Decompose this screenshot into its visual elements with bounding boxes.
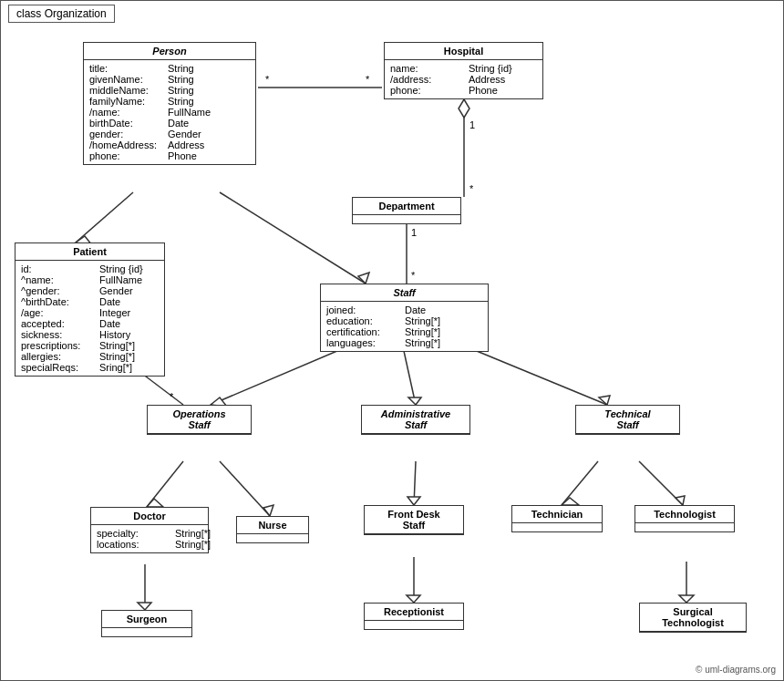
svg-line-29 [562,461,598,505]
box-title-surgeon: Surgeon [102,611,191,628]
box-title-nurse: Nurse [237,517,308,534]
attr-type: Phone [168,150,197,161]
box-body-hospital: name:String {id}/address:Addressphone:Ph… [385,60,542,98]
box-title-admin_staff: AdministrativeStaff [362,406,469,434]
attr-row: givenName:String [89,74,250,85]
svg-marker-4 [459,99,469,118]
attr-row: gender:Gender [89,129,250,139]
svg-marker-22 [599,396,610,405]
uml-box-admin_staff: AdministrativeStaff [361,405,470,435]
box-body-doctor: specialty:String[*]locations:String[*] [91,525,208,552]
attr-row: birthDate:Date [89,118,250,129]
svg-marker-38 [679,595,694,603]
uml-box-technician: Technician [511,505,603,532]
attr-row: languages:String[*] [326,337,482,348]
uml-box-doctor: Doctorspecialty:String[*]locations:Strin… [90,507,209,553]
box-title-receptionist: Receptionist [365,604,463,621]
attr-type: String [168,96,194,107]
attr-name: middleName: [89,85,162,96]
attr-name: certification: [326,326,399,337]
attr-name: name: [390,63,463,74]
attr-name: phone: [390,85,463,96]
svg-marker-30 [562,498,579,505]
attr-type: String[*] [175,539,211,550]
attr-row: /name:FullName [89,107,250,118]
attr-type: Gender [168,129,201,139]
attr-name: ^name: [21,274,94,285]
attr-row: id:String {id} [21,263,159,274]
box-body-person: title:StringgivenName:StringmiddleName:S… [84,60,255,164]
attr-row: locations:String[*] [97,539,202,550]
attr-name: prescriptions: [21,340,94,351]
attr-row: /age:Integer [21,307,159,318]
uml-box-hospital: Hospitalname:String {id}/address:Address… [384,42,543,99]
attr-name: givenName: [89,74,162,85]
attr-type: FullName [99,274,142,285]
attr-type: Gender [99,285,133,296]
diagram-title: class Organization [8,5,115,23]
uml-box-technical_staff: TechnicalStaff [575,405,680,435]
attr-name: allergies: [21,351,94,362]
attr-name: /address: [390,74,463,85]
attr-type: Address [168,139,204,150]
attr-name: languages: [326,337,399,348]
svg-line-21 [457,343,607,405]
attr-row: phone:Phone [89,150,250,161]
attr-type: String[*] [99,340,135,351]
attr-row: familyName:String [89,96,250,107]
box-title-technician: Technician [512,506,602,523]
attr-name: ^gender: [21,285,94,296]
attr-type: String [168,74,194,85]
attr-row: title:String [89,63,250,74]
attr-type: String [168,85,194,96]
attr-row: ^name:FullName [21,274,159,285]
svg-line-12 [220,192,366,284]
svg-text:1: 1 [411,227,417,238]
box-title-department: Department [353,198,460,215]
attr-type: String[*] [405,337,440,348]
svg-marker-34 [138,603,151,610]
attr-row: sickness:History [21,329,159,340]
attr-row: accepted:Date [21,318,159,329]
attr-name: joined: [326,304,399,315]
box-title-operations_staff: OperationsStaff [148,406,251,434]
svg-marker-36 [407,595,420,603]
svg-line-31 [639,461,683,505]
attr-row: name:String {id} [390,63,537,74]
uml-box-receptionist: Receptionist [364,603,464,630]
attr-row: prescriptions:String[*] [21,340,159,351]
attr-name: accepted: [21,318,94,329]
attr-row: phone:Phone [390,85,537,96]
svg-line-23 [147,461,183,507]
uml-box-staff: Staffjoined:Dateeducation:String[*]certi… [320,284,489,352]
attr-type: String[*] [405,315,440,326]
attr-name: sickness: [21,329,94,340]
box-title-doctor: Doctor [91,508,208,525]
attr-name: phone: [89,150,162,161]
attr-type: Date [168,118,189,129]
attr-name: locations: [97,539,170,550]
box-title-hospital: Hospital [385,43,542,60]
attr-row: joined:Date [326,304,482,315]
attr-type: Address [469,74,505,85]
svg-text:*: * [469,183,474,194]
box-title-surgical_technologist: SurgicalTechnologist [640,604,746,632]
uml-box-operations_staff: OperationsStaff [147,405,252,435]
svg-marker-24 [147,499,163,507]
uml-box-department: Department [352,197,461,224]
svg-marker-13 [358,273,369,284]
attr-type: Phone [469,85,498,96]
box-title-patient: Patient [15,243,164,261]
attr-name: education: [326,315,399,326]
attr-row: education:String[*] [326,315,482,326]
attr-type: Date [405,304,426,315]
attr-type: String[*] [99,351,135,362]
attr-name: /name: [89,107,162,118]
box-title-front_desk: Front DeskStaff [365,506,463,534]
svg-line-10 [76,192,133,242]
uml-box-patient: Patientid:String {id}^name:FullName^gend… [15,242,165,377]
attr-type: String[*] [405,326,440,337]
svg-text:*: * [265,74,270,85]
box-title-staff: Staff [321,284,488,302]
attr-name: birthDate: [89,118,162,129]
